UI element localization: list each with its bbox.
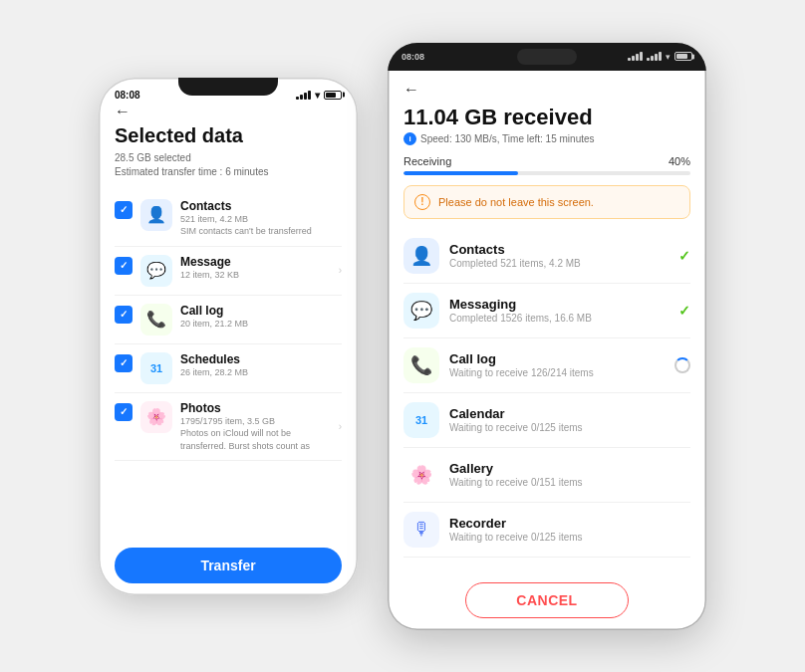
camera-cutout xyxy=(517,49,577,65)
photos-checkbox[interactable]: ✓ xyxy=(115,403,133,421)
right-recorder-item[interactable]: 🎙 Recorder Waiting to receive 0/125 item… xyxy=(403,503,690,558)
photos-item[interactable]: ✓ 🌸 Photos 1795/1795 item, 3.5 GB Photos… xyxy=(115,393,342,462)
schedules-icon: 31 xyxy=(140,352,172,384)
progress-section: Receiving 40% xyxy=(403,155,690,175)
right-messaging-item[interactable]: 💬 Messaging Completed 1526 items, 16.6 M… xyxy=(403,284,690,338)
right-main-title: 11.04 GB received xyxy=(403,105,690,130)
left-content: ← Selected data 28.5 GB selected Estimat… xyxy=(99,103,358,538)
left-time: 08:08 xyxy=(115,90,140,101)
battery-icon xyxy=(324,91,342,100)
messaging-check-icon: ✓ xyxy=(678,303,690,319)
notch xyxy=(178,78,278,96)
message-checkbox[interactable]: ✓ xyxy=(115,257,133,275)
contacts-check-icon: ✓ xyxy=(678,248,690,264)
right-calendar-item[interactable]: 31 Calendar Waiting to receive 0/125 ite… xyxy=(403,393,690,448)
right-messaging-icon: 💬 xyxy=(403,293,439,329)
contacts-item[interactable]: ✓ 👤 Contacts 521 item, 4.2 MB SIM contac… xyxy=(115,191,342,247)
right-calllog-item[interactable]: 📞 Call log Waiting to receive 126/214 it… xyxy=(403,338,690,393)
photos-chevron: › xyxy=(339,421,342,432)
speed-badge-icon: i xyxy=(403,132,416,145)
left-page-title: Selected data xyxy=(115,124,342,147)
wifi-icon: ▾ xyxy=(315,90,320,101)
contacts-checkbox[interactable]: ✓ xyxy=(115,201,133,219)
right-phone: 08:08 ▾ ← 11.04 GB received i xyxy=(388,43,706,630)
right-signal-icon2 xyxy=(647,52,662,61)
progress-bar-background xyxy=(403,171,690,175)
speed-info: i Speed: 130 MB/s, Time left: 15 minutes xyxy=(403,132,690,145)
warning-text: Please do not leave this screen. xyxy=(438,196,594,208)
schedules-checkbox[interactable]: ✓ xyxy=(115,354,133,372)
message-icon: 💬 xyxy=(140,255,172,287)
progress-label: Receiving xyxy=(403,155,451,167)
right-time: 08:08 xyxy=(402,52,424,62)
photos-icon: 🌸 xyxy=(140,401,172,433)
right-gallery-item[interactable]: 🌸 Gallery Waiting to receive 0/151 items xyxy=(403,448,690,503)
right-content: ← 11.04 GB received i Speed: 130 MB/s, T… xyxy=(388,71,706,572)
signal-icon xyxy=(296,91,311,100)
contacts-icon: 👤 xyxy=(140,199,172,231)
calllog-item[interactable]: ✓ 📞 Call log 20 item, 21.2 MB xyxy=(115,296,342,344)
right-battery-icon xyxy=(674,52,692,61)
calllog-checkbox[interactable]: ✓ xyxy=(115,306,133,324)
left-back-arrow[interactable]: ← xyxy=(115,103,342,120)
right-contacts-item[interactable]: 👤 Contacts Completed 521 items, 4.2 MB ✓ xyxy=(403,229,690,284)
left-subtitle: 28.5 GB selected Estimated transfer time… xyxy=(115,151,342,179)
right-signal-icon xyxy=(628,52,643,61)
right-gallery-icon: 🌸 xyxy=(403,457,439,493)
calllog-icon: 📞 xyxy=(140,304,172,336)
right-recorder-icon: 🎙 xyxy=(403,512,439,548)
right-status-bar: 08:08 ▾ xyxy=(388,43,706,71)
left-status-icons: ▾ xyxy=(296,90,342,101)
right-status-icons: ▾ xyxy=(628,52,692,62)
progress-pct: 40% xyxy=(669,155,690,167)
calllog-loading-icon xyxy=(674,357,690,373)
warning-icon: ! xyxy=(414,194,430,210)
left-phone: 08:08 ▾ ← Selected data 28.5 GB selected… xyxy=(99,78,358,595)
right-wifi-icon: ▾ xyxy=(666,52,671,62)
right-calllog-icon: 📞 xyxy=(403,347,439,383)
progress-bar-fill xyxy=(403,171,518,175)
right-calendar-icon: 31 xyxy=(403,402,439,438)
right-back-arrow[interactable]: ← xyxy=(403,81,690,99)
cancel-button[interactable]: CANCEL xyxy=(465,582,628,618)
message-item[interactable]: ✓ 💬 Message 12 item, 32 KB › xyxy=(115,247,342,296)
cancel-btn-wrap: CANCEL xyxy=(388,572,706,630)
right-contacts-icon: 👤 xyxy=(403,238,439,274)
schedules-item[interactable]: ✓ 31 Schedules 26 item, 28.2 MB xyxy=(115,344,342,393)
message-chevron: › xyxy=(339,265,342,276)
warning-banner: ! Please do not leave this screen. xyxy=(403,185,690,219)
transfer-button[interactable]: Transfer xyxy=(115,548,342,583)
